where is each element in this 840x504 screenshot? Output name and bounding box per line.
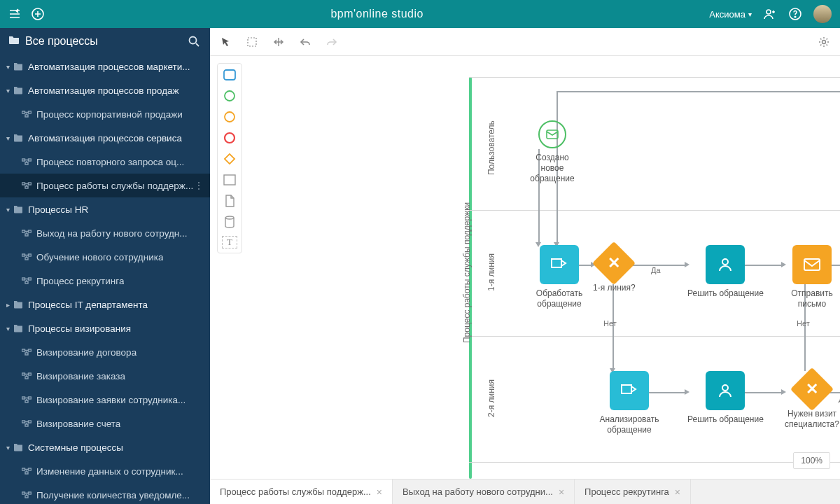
close-icon[interactable]: ×: [675, 486, 680, 498]
tree-group[interactable]: ▾Автоматизация процессов маркети...: [0, 55, 210, 78]
gateway-visit-label: Нужен визит специалиста?: [784, 409, 840, 430]
cursor-tool-icon[interactable]: [220, 36, 231, 48]
gateway-line1-label: 1-я линия?: [593, 283, 636, 293]
svg-rect-31: [25, 400, 28, 402]
svg-rect-36: [29, 468, 31, 470]
mail-task-label: Отправить письмо: [784, 288, 840, 309]
handle-task-node[interactable]: Обработать обращение: [521, 245, 598, 309]
bpmn-canvas[interactable]: Процесс работы службы поддержки Пользова…: [210, 56, 840, 479]
svg-rect-52: [804, 259, 820, 270]
app-title: bpm'online studio: [45, 8, 709, 20]
add-icon[interactable]: [31, 7, 45, 21]
svg-rect-20: [22, 278, 25, 280]
tab[interactable]: Процесс работы службы поддерж...×: [210, 479, 393, 504]
svg-rect-11: [22, 183, 25, 185]
gateway-line1-node[interactable]: ✕ 1-я линия?: [593, 244, 636, 293]
select-box-icon[interactable]: [246, 36, 258, 48]
svg-point-51: [722, 259, 728, 265]
tree-group[interactable]: ▸Процессы IT департамента: [0, 293, 210, 316]
mail-task-node[interactable]: Отправить письмо: [784, 245, 840, 309]
svg-rect-38: [22, 492, 25, 494]
svg-point-1: [766, 10, 771, 14]
tree-item[interactable]: Процесс корпоративной продажи: [0, 102, 210, 126]
tab[interactable]: Выход на работу нового сотрудни...×: [393, 479, 575, 504]
redo-icon[interactable]: [326, 36, 337, 48]
svg-rect-33: [29, 421, 31, 423]
menu-collapse-icon[interactable]: [8, 8, 21, 20]
tree-item[interactable]: Выход на работу нового сотрудн...: [0, 221, 210, 245]
svg-rect-32: [22, 421, 25, 423]
svg-point-42: [822, 40, 826, 43]
svg-point-54: [722, 385, 728, 391]
svg-rect-35: [22, 468, 25, 470]
solve1-task-node[interactable]: Решить обращение: [687, 245, 764, 299]
svg-rect-27: [29, 373, 31, 375]
svg-rect-12: [29, 183, 31, 185]
avatar[interactable]: [813, 5, 832, 23]
svg-rect-34: [25, 424, 28, 426]
svg-rect-16: [25, 234, 28, 236]
lane-user-label: Пользователь: [486, 120, 496, 175]
svg-rect-39: [29, 492, 31, 494]
designer-toolbar: [210, 28, 840, 56]
svg-rect-30: [29, 397, 31, 399]
tree-item[interactable]: Процесс работы службы поддерж...⋮: [0, 174, 210, 197]
gateway-visit-node[interactable]: ✕ Нужен визит специалиста?: [784, 370, 840, 430]
analyze-task-node[interactable]: Анализировать обращение: [591, 371, 668, 435]
chevron-down-icon: ▾: [748, 10, 752, 18]
tree-item[interactable]: Процесс повторного запроса оц...: [0, 150, 210, 174]
edge-no-1: Нет: [603, 319, 617, 328]
account-switcher[interactable]: Аксиома ▾: [709, 9, 752, 20]
tree-item[interactable]: Получение количества уведомле...: [0, 483, 210, 504]
process-title-label: Процесс работы службы поддержки: [462, 202, 472, 343]
edge-yes-1: Да: [651, 266, 661, 274]
help-icon[interactable]: [788, 7, 802, 21]
tab[interactable]: Процесс рекрутинга×: [575, 479, 691, 504]
tree-group[interactable]: ▾Автоматизация процессов продаж: [0, 78, 210, 102]
settings-icon[interactable]: [818, 36, 830, 48]
svg-rect-18: [29, 254, 31, 256]
tree-item[interactable]: Визирование заказа: [0, 364, 210, 388]
tree-item[interactable]: Изменение данных о сотрудник...: [0, 459, 210, 483]
tree-item[interactable]: Визирование счета: [0, 412, 210, 435]
lane-l2-label: 2-я линия: [486, 379, 496, 417]
svg-rect-50: [547, 130, 558, 139]
edge-no-2: Нет: [797, 319, 810, 328]
svg-rect-24: [29, 349, 31, 351]
add-user-icon[interactable]: [763, 7, 777, 21]
start-event-node[interactable]: Создано новое обращение: [524, 120, 580, 184]
tree-group[interactable]: ▾Процессы HR: [0, 197, 210, 221]
close-icon[interactable]: ×: [377, 486, 382, 498]
svg-rect-19: [25, 258, 28, 260]
zoom-indicator[interactable]: 100%: [793, 452, 830, 469]
svg-rect-9: [29, 159, 31, 161]
undo-icon[interactable]: [300, 36, 311, 48]
tree-item[interactable]: Визирование заявки сотрудника...: [0, 388, 210, 412]
svg-point-4: [190, 37, 197, 44]
tree-item[interactable]: Визирование договора: [0, 340, 210, 364]
svg-rect-28: [25, 377, 28, 379]
top-bar: bpm'online studio Аксиома ▾: [0, 0, 840, 28]
svg-rect-40: [25, 496, 28, 498]
start-event-label: Создано новое обращение: [524, 153, 580, 184]
tree-group[interactable]: ▾Системные процессы: [0, 435, 210, 459]
pan-tool-icon[interactable]: [273, 36, 284, 48]
solve1-task-label: Решить обращение: [687, 288, 764, 299]
search-icon[interactable]: [188, 35, 200, 48]
tree-item[interactable]: Обучение нового сотрудника: [0, 245, 210, 269]
handle-task-label: Обработать обращение: [521, 288, 598, 309]
svg-rect-37: [25, 472, 28, 474]
svg-rect-22: [25, 281, 28, 284]
tree-group[interactable]: ▾Автоматизация процессов сервиса: [0, 126, 210, 150]
svg-rect-17: [22, 254, 25, 256]
solve2-task-node[interactable]: Решить обращение: [687, 371, 764, 425]
tree-item[interactable]: Процесс рекрутинга: [0, 269, 210, 293]
folder-icon: [8, 35, 20, 48]
svg-rect-5: [22, 111, 25, 113]
open-tabs: Процесс работы службы поддерж...×Выход н…: [210, 479, 840, 504]
svg-rect-10: [25, 162, 28, 164]
svg-rect-25: [25, 353, 28, 355]
close-icon[interactable]: ×: [559, 486, 564, 498]
tree-group[interactable]: ▾Процессы визирования: [0, 316, 210, 340]
solve2-task-label: Решить обращение: [687, 414, 764, 425]
